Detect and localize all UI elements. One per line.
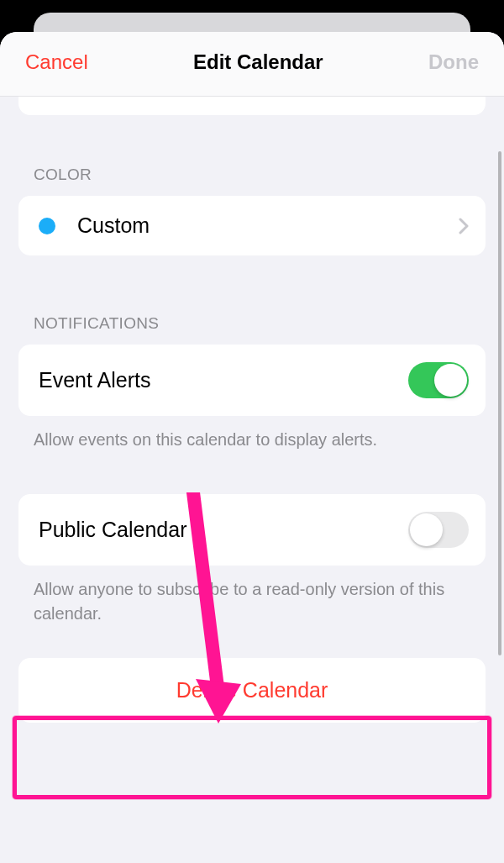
previous-section-card-bottom — [18, 97, 486, 115]
edit-calendar-modal: Cancel Edit Calendar Done COLOR Custom N… — [0, 32, 504, 863]
event-alerts-footer: Allow events on this calendar to display… — [34, 428, 470, 452]
cancel-button[interactable]: Cancel — [25, 50, 88, 74]
event-alerts-row: Event Alerts — [18, 345, 486, 416]
page-title: Edit Calendar — [193, 50, 323, 74]
event-alerts-toggle[interactable] — [408, 362, 469, 398]
event-alerts-card: Event Alerts — [18, 345, 486, 416]
scroll-indicator — [498, 151, 501, 655]
color-row-label: Custom — [77, 213, 459, 238]
event-alerts-label: Event Alerts — [39, 368, 408, 392]
public-calendar-row: Public Calendar — [18, 494, 486, 566]
public-calendar-toggle[interactable] — [408, 512, 469, 548]
notifications-section-header: NOTIFICATIONS — [34, 314, 486, 333]
public-calendar-footer: Allow anyone to subscribe to a read-only… — [34, 577, 470, 626]
color-dot-icon — [39, 218, 55, 234]
color-row[interactable]: Custom — [18, 196, 486, 255]
delete-calendar-label: Delete Calendar — [176, 678, 328, 702]
color-card: Custom — [18, 196, 486, 255]
delete-calendar-button[interactable]: Delete Calendar — [18, 658, 486, 723]
public-calendar-label: Public Calendar — [39, 518, 408, 542]
toggle-knob — [434, 364, 467, 397]
chevron-right-icon — [459, 218, 469, 234]
toggle-knob — [410, 513, 443, 546]
color-section-header: COLOR — [34, 166, 486, 184]
navbar: Cancel Edit Calendar Done — [0, 32, 504, 97]
content-area: COLOR Custom NOTIFICATIONS Event Alerts … — [0, 97, 504, 723]
done-button[interactable]: Done — [428, 50, 479, 74]
public-calendar-card: Public Calendar — [18, 494, 486, 566]
